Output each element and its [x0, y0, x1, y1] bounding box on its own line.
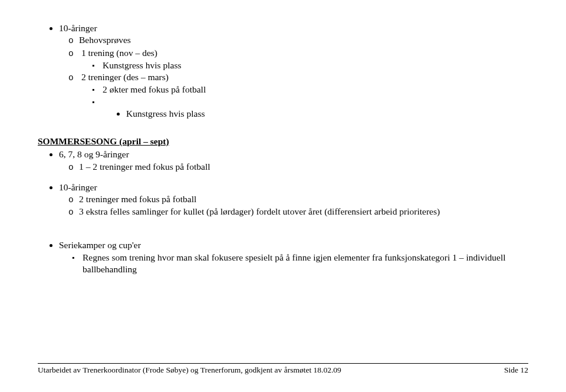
list-item: 1 – 2 treninger med fokus på fotball — [79, 161, 528, 173]
text: 1 – 2 treninger med fokus på fotball — [79, 162, 210, 172]
list-item: 2 treninger med fokus på fotball — [79, 193, 528, 206]
heading-sommersesong: SOMMERSESONG (april – sept) — [38, 136, 528, 147]
text: 1 trening (nov – des) — [81, 48, 157, 58]
list-item: Regnes som trening hvor man skal fokuser… — [83, 252, 528, 276]
heading-10-aringer-sommer: 10-åringer — [59, 182, 97, 192]
list-item: Kunstgress hvis plass — [103, 60, 528, 71]
list-item: 10-åringer 2 treninger med fokus på fotb… — [59, 182, 528, 219]
list-sommer-2: 10-åringer 2 treninger med fokus på fotb… — [38, 182, 528, 219]
list-10-aringer: 10-åringer Behovsprøves 1 trening (nov –… — [38, 22, 528, 120]
sublist: 2 treninger med fokus på fotball 3 ekstr… — [59, 193, 528, 218]
sublist: Regnes som trening hvor man skal fokuser… — [59, 252, 528, 276]
list-item: Kunstgress hvis plass — [126, 108, 528, 120]
list-item: 2 treninger (des – mars) 2 økter med fok… — [79, 71, 528, 120]
heading-seriekamper: Seriekamper og cup'er — [59, 240, 141, 250]
sublist: Kunstgress hvis plass — [79, 60, 528, 71]
sublist: 1 – 2 treninger med fokus på fotball — [59, 161, 528, 173]
spacer — [38, 218, 528, 239]
list-seriekamper: Seriekamper og cup'er Regnes som trening… — [38, 239, 528, 275]
footer-left: Utarbeidet av Trenerkoordinator (Frode S… — [38, 365, 341, 375]
text: 3 ekstra felles samlinger for kullet (på… — [79, 206, 440, 216]
list-sommer-1: 6, 7, 8 og 9-åringer 1 – 2 treninger med… — [38, 149, 528, 173]
list-item: 10-åringer Behovsprøves 1 trening (nov –… — [59, 22, 528, 120]
list-item: 6, 7, 8 og 9-åringer 1 – 2 treninger med… — [59, 149, 528, 173]
spacer — [38, 173, 528, 182]
content: 10-åringer Behovsprøves 1 trening (nov –… — [38, 22, 528, 276]
footer: Utarbeidet av Trenerkoordinator (Frode S… — [38, 363, 528, 375]
text: 2 treninger (des – mars) — [81, 72, 169, 82]
text: 2 økter med fokus på fotball — [103, 84, 206, 94]
text: Behovsprøves — [79, 35, 131, 45]
footer-right: Side 12 — [504, 365, 528, 375]
list-item: 2 økter med fokus på fotball — [103, 84, 528, 95]
text: Kunstgress hvis plass — [103, 60, 181, 70]
text: Kunstgress hvis plass — [126, 108, 205, 118]
sublist: Behovsprøves 1 trening (nov – des) Kunst… — [59, 34, 528, 120]
sublist: Kunstgress hvis plass — [103, 108, 528, 120]
list-item: Behovsprøves — [79, 34, 528, 47]
heading-6-9-aringer: 6, 7, 8 og 9-åringer — [59, 149, 129, 159]
page: 10-åringer Behovsprøves 1 trening (nov –… — [0, 0, 566, 392]
text: Regnes som trening hvor man skal fokuser… — [83, 252, 506, 274]
list-item: 3 ekstra felles samlinger for kullet (på… — [79, 206, 528, 218]
list-item: Kunstgress hvis plass — [103, 96, 528, 120]
sublist: 2 økter med fokus på fotball Kunstgress … — [79, 84, 528, 120]
list-item: 1 trening (nov – des) Kunstgress hvis pl… — [79, 47, 528, 72]
list-item: Seriekamper og cup'er Regnes som trening… — [59, 239, 528, 275]
heading-10-aringer: 10-åringer — [59, 23, 97, 33]
text: 2 treninger med fokus på fotball — [79, 194, 196, 204]
